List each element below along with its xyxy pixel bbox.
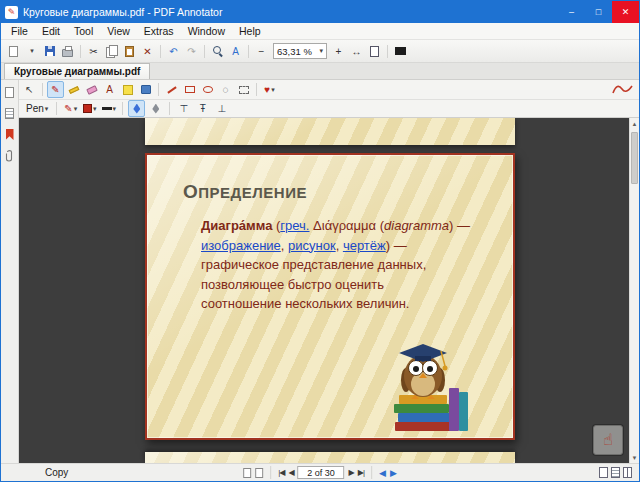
- select-tool-button[interactable]: ↖: [21, 81, 38, 98]
- menu-help[interactable]: Help: [232, 25, 268, 37]
- layout-single-icon[interactable]: [599, 467, 608, 478]
- tab-active-document[interactable]: Круговые диаграммы.pdf: [4, 63, 150, 79]
- delete-button[interactable]: ✕: [139, 43, 156, 60]
- pen-nib-gray-icon: [152, 104, 159, 114]
- select-text-button[interactable]: A: [227, 43, 244, 60]
- link-chertezh[interactable]: чертёж: [343, 238, 386, 253]
- eraser-icon: [86, 85, 98, 95]
- minimize-button[interactable]: –: [558, 1, 585, 23]
- plain-pen-toggle[interactable]: [147, 100, 164, 117]
- ellipse-tool-button[interactable]: [199, 81, 216, 98]
- scroll-down-button[interactable]: ▼: [630, 452, 639, 463]
- pan-tool-button[interactable]: ☝: [593, 425, 623, 455]
- undo-button[interactable]: ↶: [165, 43, 182, 60]
- snap-bottom-button[interactable]: ⊥: [213, 100, 230, 117]
- toolbar-separator: [122, 102, 123, 115]
- menu-view[interactable]: View: [100, 25, 137, 37]
- main-toolbar: ▾ ✂ ✕ ↶ ↷ A − 63,31 % ▾ + ↔: [1, 40, 639, 63]
- ink-preview-button[interactable]: [612, 81, 634, 98]
- note-tool-button[interactable]: [119, 81, 136, 98]
- print-button[interactable]: [59, 43, 76, 60]
- pen-preset-dropdown[interactable]: Pen ▾: [23, 101, 51, 116]
- lasso-tool-button[interactable]: ◌: [217, 81, 234, 98]
- last-page-button[interactable]: ▶|: [358, 468, 364, 477]
- new-document-menu-button[interactable]: ▾: [23, 43, 40, 60]
- single-page-view-icon[interactable]: [243, 468, 251, 478]
- bookmarks-panel-button[interactable]: [3, 128, 16, 141]
- continuous-view-icon[interactable]: [255, 468, 263, 478]
- redo-button[interactable]: ↷: [183, 43, 200, 60]
- slide-title: ОПРЕДЕЛЕНИЕ: [183, 181, 513, 203]
- text-tool-button[interactable]: A: [101, 81, 118, 98]
- scrollbar-thumb[interactable]: [631, 132, 638, 184]
- highlighter-tool-button[interactable]: [65, 81, 82, 98]
- fit-page-button[interactable]: [366, 43, 383, 60]
- page-2-slide[interactable]: ОПРЕДЕЛЕНИЕ Диагра́мма (греч. Διάγραμμα …: [145, 153, 515, 440]
- menu-window[interactable]: Window: [181, 25, 232, 37]
- snapshot-tool-button[interactable]: [235, 81, 252, 98]
- previous-page-button[interactable]: ◀: [288, 468, 293, 477]
- copy-button[interactable]: [103, 43, 120, 60]
- close-button[interactable]: ✕: [612, 1, 639, 23]
- find-button[interactable]: [209, 43, 226, 60]
- vertical-scrollbar[interactable]: ▲ ▼: [629, 118, 639, 463]
- eraser-tool-button[interactable]: [83, 81, 100, 98]
- status-separator: [371, 466, 372, 479]
- pen-nib-icon: [133, 104, 140, 114]
- annotations-panel-button[interactable]: [3, 107, 16, 120]
- menu-tool[interactable]: Tool: [67, 25, 100, 37]
- first-page-button[interactable]: |◀: [278, 468, 284, 477]
- menu-extras[interactable]: Extras: [137, 25, 181, 37]
- zoom-level-select[interactable]: 63,31 % ▾: [273, 43, 327, 59]
- toolbar-separator: [42, 83, 43, 96]
- fit-width-button[interactable]: ↔: [348, 43, 365, 60]
- zoom-in-button[interactable]: +: [330, 43, 347, 60]
- ellipse-icon: [203, 86, 213, 93]
- document-canvas[interactable]: ОПРЕДЕЛЕНИЕ Диагра́мма (греч. Διάγραμμα …: [19, 118, 629, 463]
- link-risunok[interactable]: рисунок: [288, 238, 336, 253]
- menu-edit[interactable]: Edit: [35, 25, 67, 37]
- toolbar-separator: [158, 83, 159, 96]
- link-grech[interactable]: греч.: [280, 218, 309, 233]
- fullscreen-button[interactable]: [392, 43, 409, 60]
- zoom-out-button[interactable]: −: [253, 43, 270, 60]
- annotations-list-icon: [5, 108, 14, 119]
- next-view-button[interactable]: ▶: [390, 468, 397, 478]
- zoom-level-value: 63,31 %: [277, 46, 312, 57]
- stamp-tool-button[interactable]: [137, 81, 154, 98]
- snap-top-button[interactable]: ⊤: [175, 100, 192, 117]
- rectangle-tool-button[interactable]: [181, 81, 198, 98]
- link-izobrazhenie[interactable]: изображение: [201, 238, 281, 253]
- pdf-annotator-window: ✎ Круговые диаграммы.pdf - PDF Annotator…: [0, 0, 640, 482]
- cut-button[interactable]: ✂: [85, 43, 102, 60]
- previous-view-button[interactable]: ◀: [379, 468, 386, 478]
- print-icon: [62, 49, 73, 57]
- new-document-button[interactable]: [5, 43, 22, 60]
- layout-continuous-icon[interactable]: [611, 467, 620, 478]
- attachments-panel-button[interactable]: [3, 149, 16, 162]
- copy-icon: [106, 45, 118, 57]
- pen-style-button[interactable]: ✎ ▾: [62, 100, 79, 117]
- color-picker-button[interactable]: ▾: [81, 100, 98, 117]
- thumbnails-panel-button[interactable]: [3, 86, 16, 99]
- snap-middle-button[interactable]: Ŧ: [194, 100, 211, 117]
- page-number-input[interactable]: 2 of 30: [298, 466, 345, 479]
- heart-stamp-button[interactable]: ♥ ▾: [261, 81, 278, 98]
- next-page-button[interactable]: ▶: [349, 468, 354, 477]
- pen-properties-toolbar: Pen ▾ ✎ ▾ ▾ ▾: [19, 100, 639, 118]
- page-3-partial[interactable]: [145, 452, 515, 463]
- zoom-out-icon: −: [259, 46, 265, 57]
- menu-file[interactable]: File: [4, 25, 35, 37]
- maximize-button[interactable]: □: [585, 1, 612, 23]
- pressure-pen-toggle[interactable]: [128, 100, 145, 117]
- paste-button[interactable]: [121, 43, 138, 60]
- scroll-up-button[interactable]: ▲: [630, 118, 639, 129]
- page-1-partial[interactable]: [145, 118, 515, 145]
- save-button[interactable]: [41, 43, 58, 60]
- page-indicator: 2 of 30: [307, 468, 335, 478]
- toolbar-separator: [80, 45, 81, 58]
- line-width-button[interactable]: ▾: [100, 100, 117, 117]
- line-tool-button[interactable]: [163, 81, 180, 98]
- layout-facing-icon[interactable]: [623, 467, 632, 478]
- pen-tool-button[interactable]: ✎: [47, 81, 64, 98]
